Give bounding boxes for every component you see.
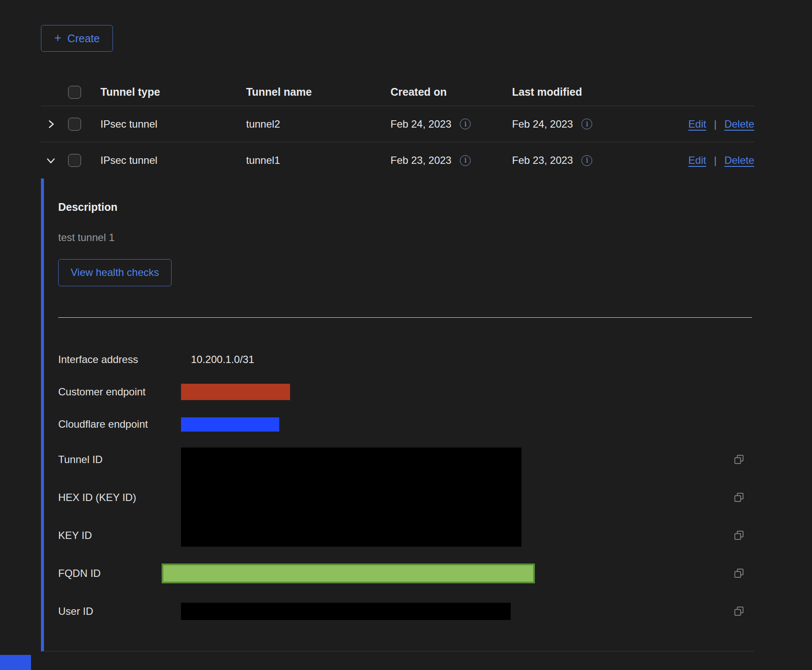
detail-divider xyxy=(58,317,752,318)
redacted-customer-endpoint-value xyxy=(181,384,290,400)
edit-link[interactable]: Edit xyxy=(688,118,706,130)
info-icon[interactable]: i xyxy=(460,155,471,166)
copy-icon[interactable] xyxy=(733,567,745,579)
cell-tunnel-name: tunnel2 xyxy=(243,118,387,130)
field-interface-address: Interface address 10.200.1.0/31 xyxy=(58,344,754,376)
select-all-checkbox[interactable] xyxy=(68,86,81,99)
field-cloudflare-endpoint: Cloudflare endpoint xyxy=(58,408,754,441)
table-row-tunnel2: IPsec tunnel tunnel2 Feb 24, 2023 i Feb … xyxy=(41,106,754,142)
redacted-cloudflare-endpoint-value xyxy=(181,417,279,432)
copy-icon[interactable] xyxy=(733,492,745,503)
cell-tunnel-type: IPsec tunnel xyxy=(97,154,243,166)
cell-created-on: Feb 24, 2023 xyxy=(390,118,451,130)
copy-icon[interactable] xyxy=(733,529,745,541)
chevron-down-icon[interactable] xyxy=(45,155,56,166)
description-label: Description xyxy=(58,201,754,213)
field-label: User ID xyxy=(58,605,181,617)
header-created-on: Created on xyxy=(387,86,509,98)
copy-icon[interactable] xyxy=(733,454,745,465)
description-value: test tunnel 1 xyxy=(58,232,754,244)
field-hex-id: HEX ID (KEY ID) xyxy=(58,479,754,517)
field-customer-endpoint: Customer endpoint xyxy=(58,376,754,408)
cell-last-modified: Feb 24, 2023 xyxy=(512,118,573,130)
field-label: Cloudflare endpoint xyxy=(58,418,181,430)
field-label: Customer endpoint xyxy=(58,386,181,398)
cell-created-on: Feb 23, 2023 xyxy=(390,154,451,166)
info-icon[interactable]: i xyxy=(581,155,592,166)
field-label: KEY ID xyxy=(58,529,181,542)
field-fqdn-id: FQDN ID xyxy=(58,554,754,592)
row-checkbox[interactable] xyxy=(68,154,81,167)
table-row-tunnel1: IPsec tunnel tunnel1 Feb 23, 2023 i Feb … xyxy=(41,142,754,178)
delete-link[interactable]: Delete xyxy=(725,154,754,166)
field-user-id: User ID xyxy=(58,592,754,630)
field-key-id: KEY ID xyxy=(58,517,754,554)
redacted-user-id-value xyxy=(181,603,511,620)
create-button-label: Create xyxy=(67,32,100,45)
field-label: Tunnel ID xyxy=(58,454,181,466)
view-health-checks-button[interactable]: View health checks xyxy=(58,259,172,286)
field-id-group: Tunnel ID HEX ID (KEY ID) xyxy=(58,441,754,554)
action-separator: | xyxy=(714,154,716,166)
ipsec-tunnels-page: + Create Tunnel type Tunnel name Created… xyxy=(0,0,812,670)
header-tunnel-type: Tunnel type xyxy=(97,86,243,98)
action-separator: | xyxy=(714,118,716,130)
field-label: Interface address xyxy=(58,354,181,366)
tunnel-detail-panel: Description test tunnel 1 View health ch… xyxy=(41,178,754,651)
info-icon[interactable]: i xyxy=(581,119,592,129)
cell-tunnel-type: IPsec tunnel xyxy=(97,118,243,130)
plus-icon: + xyxy=(54,32,61,44)
bottom-blue-bar xyxy=(0,655,31,670)
detail-fields: Interface address 10.200.1.0/31 Customer… xyxy=(58,344,754,630)
tunnels-table: Tunnel type Tunnel name Created on Last … xyxy=(41,78,754,651)
page-content: + Create Tunnel type Tunnel name Created… xyxy=(41,25,754,651)
header-last-modified: Last modified xyxy=(509,86,638,98)
header-tunnel-name: Tunnel name xyxy=(243,86,387,98)
cell-last-modified: Feb 23, 2023 xyxy=(512,154,573,166)
delete-link[interactable]: Delete xyxy=(725,118,754,130)
row-checkbox[interactable] xyxy=(68,118,81,131)
chevron-right-icon[interactable] xyxy=(45,119,56,130)
field-tunnel-id: Tunnel ID xyxy=(58,441,754,479)
interface-address-value: 10.200.1.0/31 xyxy=(181,354,254,366)
table-header-row: Tunnel type Tunnel name Created on Last … xyxy=(41,78,754,106)
redacted-fqdn-id-value xyxy=(162,564,535,583)
field-label: HEX ID (KEY ID) xyxy=(58,492,181,504)
cell-tunnel-name: tunnel1 xyxy=(243,154,387,166)
info-icon[interactable]: i xyxy=(460,119,471,129)
edit-link[interactable]: Edit xyxy=(688,154,706,166)
copy-icon[interactable] xyxy=(733,605,745,617)
create-button[interactable]: + Create xyxy=(41,25,113,52)
